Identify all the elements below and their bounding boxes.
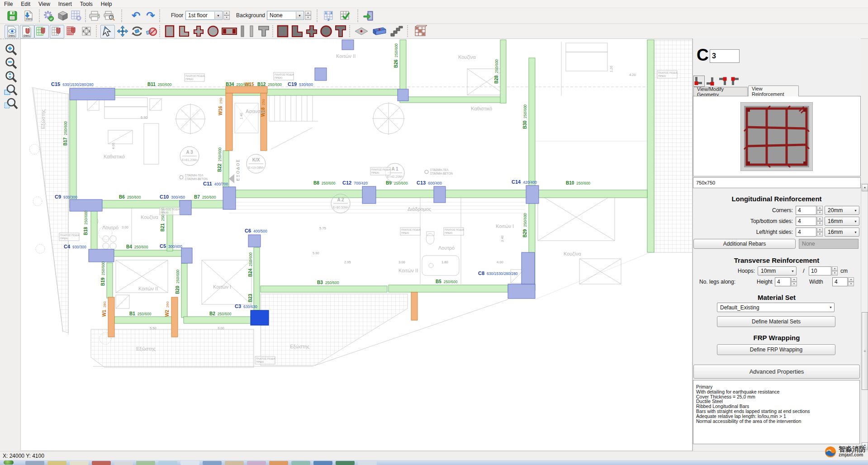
section-cross-button[interactable] xyxy=(192,25,205,38)
snap-grid-b-button[interactable] xyxy=(50,25,64,38)
section-size-item[interactable]: 750x750 xyxy=(696,180,715,185)
section-tee-button[interactable] xyxy=(257,25,270,38)
taskbar-item[interactable] xyxy=(114,461,133,465)
orientation-bottom-left-button[interactable] xyxy=(730,76,740,86)
scroll-up-icon[interactable]: ▲ xyxy=(862,184,868,191)
menu-insert[interactable]: Insert xyxy=(54,0,76,8)
legs-height-spinner[interactable]: ▲▼ xyxy=(791,277,797,286)
define-frp-wrapping-button[interactable]: Define FRP Wrapping xyxy=(717,344,835,355)
member-tee-button[interactable] xyxy=(334,25,347,38)
legs-width-input[interactable] xyxy=(832,277,848,286)
building-3d-button[interactable] xyxy=(413,25,429,38)
left-right-spinner[interactable]: ▲▼ xyxy=(817,228,823,237)
taskbar-item[interactable] xyxy=(25,461,44,465)
zoom-extents-button[interactable] xyxy=(4,70,18,84)
move-button[interactable] xyxy=(116,25,129,38)
zoom-out-button[interactable] xyxy=(4,57,18,70)
corners-diameter-select[interactable]: 20mm▼ xyxy=(825,206,859,215)
chevron-down-icon[interactable]: ▼ xyxy=(296,12,303,19)
taskbar-item[interactable] xyxy=(313,461,332,465)
menu-edit[interactable]: Edit xyxy=(17,0,34,8)
tab-view-modify-geometry[interactable]: View/Modify Geometry xyxy=(693,87,748,96)
zoom-previous-button[interactable] xyxy=(4,97,18,111)
redo-button[interactable]: ↷ xyxy=(144,9,157,22)
view-dwg-button[interactable]: DWG xyxy=(5,25,19,38)
member-cross-button[interactable] xyxy=(305,25,318,38)
chevron-down-icon[interactable]: ▼ xyxy=(214,12,222,19)
menu-help[interactable]: Help xyxy=(97,0,116,8)
define-material-sets-button[interactable]: Define Material Sets xyxy=(717,316,835,327)
hoops-spacing-input[interactable] xyxy=(809,266,831,275)
taskbar-item[interactable] xyxy=(358,461,377,465)
snap-grid-a-button[interactable] xyxy=(34,25,49,38)
taskbar-item[interactable] xyxy=(158,461,177,465)
print-button[interactable] xyxy=(88,9,101,22)
section-wall-button[interactable] xyxy=(221,25,238,38)
exit-button[interactable] xyxy=(362,9,375,22)
floor-select[interactable]: 1st floor ▼ xyxy=(185,11,223,20)
corners-spinner[interactable]: ▲▼ xyxy=(817,206,823,215)
hoops-diameter-select[interactable]: 10mm▼ xyxy=(758,266,797,275)
select-button[interactable] xyxy=(100,25,115,38)
snap-grid-dense-button[interactable] xyxy=(65,25,79,38)
taskbar-item[interactable] xyxy=(269,461,288,465)
left-right-count-input[interactable] xyxy=(796,228,816,237)
beam-button[interactable] xyxy=(371,25,387,38)
print-preview-button[interactable] xyxy=(102,9,116,22)
orientation-top-left-button[interactable] xyxy=(693,76,705,87)
taskbar-item[interactable] xyxy=(225,461,244,465)
floor-spinner[interactable]: ▲▼ xyxy=(223,11,230,20)
background-spinner[interactable]: ▲▼ xyxy=(305,11,311,20)
taskbar-item[interactable] xyxy=(336,461,355,465)
section-bar1-button[interactable] xyxy=(239,25,246,38)
top-bottom-count-input[interactable] xyxy=(796,217,816,226)
view-3d-button[interactable] xyxy=(56,9,70,22)
material-set-select[interactable]: Default_Existing▼ xyxy=(717,303,835,312)
delete-button[interactable] xyxy=(145,25,158,38)
section-size-list[interactable]: 750x750 xyxy=(693,177,861,188)
import-dwg-button[interactable]: DWG xyxy=(22,9,35,22)
menu-view[interactable]: View xyxy=(34,0,54,8)
taskbar-item[interactable] xyxy=(291,461,310,465)
legs-width-spinner[interactable]: ▲▼ xyxy=(848,277,854,286)
orientation-top-right-button[interactable] xyxy=(705,76,715,86)
orientation-bottom-right-button[interactable] xyxy=(718,76,727,86)
top-bottom-spinner[interactable]: ▲▼ xyxy=(817,217,823,226)
legs-height-input[interactable] xyxy=(775,277,791,286)
taskbar-item[interactable] xyxy=(47,461,66,465)
taskbar-item[interactable] xyxy=(203,461,222,465)
menu-tools[interactable]: Tools xyxy=(76,0,97,8)
additional-rebars-button[interactable]: Additional Rebars xyxy=(693,239,796,249)
zoom-window-button[interactable] xyxy=(4,84,18,97)
drawing-canvas[interactable]: C15630/1530/280/280C9930/300C10300/450C1… xyxy=(20,38,693,451)
selected-column-c3[interactable] xyxy=(251,310,269,325)
check-model-button[interactable] xyxy=(338,9,352,22)
top-bottom-diameter-select[interactable]: 16mm▼ xyxy=(825,217,859,226)
taskbar-item[interactable] xyxy=(70,461,89,465)
member-circle-button[interactable] xyxy=(319,25,333,38)
section-number-input[interactable] xyxy=(710,49,740,63)
grid-settings-button[interactable] xyxy=(70,9,83,22)
taskbar-item[interactable] xyxy=(136,461,155,465)
rotate-button[interactable] xyxy=(130,25,144,38)
section-circle-button[interactable] xyxy=(206,25,220,38)
taskbar-item[interactable] xyxy=(180,461,199,465)
section-rect-button[interactable] xyxy=(163,25,176,38)
start-button[interactable] xyxy=(4,460,14,465)
menu-file[interactable]: File xyxy=(0,0,17,8)
left-right-diameter-select[interactable]: 16mm▼ xyxy=(825,228,859,237)
corners-count-input[interactable] xyxy=(796,206,816,215)
settings-button[interactable] xyxy=(42,9,55,22)
advanced-properties-button[interactable]: Advanced Properties xyxy=(693,365,860,379)
taskbar-item[interactable] xyxy=(247,461,266,465)
grid-move-button[interactable] xyxy=(80,25,93,38)
member-l-button[interactable] xyxy=(290,25,304,38)
member-rect-button[interactable] xyxy=(276,25,289,38)
snap-dwg-button[interactable]: DWG xyxy=(20,25,34,38)
stairs-button[interactable] xyxy=(389,25,404,38)
scrollbar-thumb[interactable]: ≡ xyxy=(862,312,868,390)
background-select[interactable]: None ▼ xyxy=(267,11,304,20)
tab-view-reinforcement[interactable]: View Reinforcement xyxy=(748,85,799,96)
section-bar2-button[interactable] xyxy=(248,25,255,38)
zoom-in-button[interactable] xyxy=(4,43,18,57)
